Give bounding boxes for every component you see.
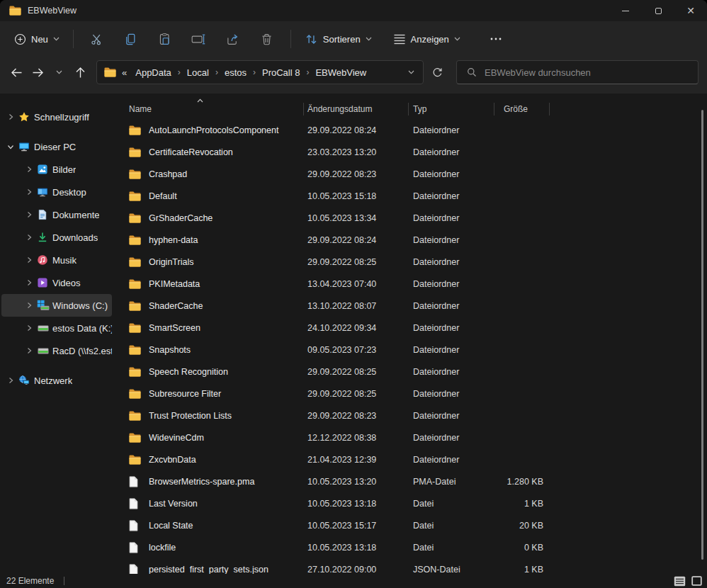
chevron-right-icon[interactable] [26,234,37,241]
delete-button[interactable] [251,27,283,51]
file-name: persisted_first_party_sets.json [149,565,307,575]
breadcrumb-item-local[interactable]: Local [184,65,212,80]
sort-button[interactable]: Sortieren [298,28,379,50]
table-row[interactable]: Local State10.05.2023 15:17Datei20 KB [113,514,707,536]
sidebar-item-windows-c[interactable]: Windows (C:) [1,294,112,317]
file-name: lockfile [149,543,307,553]
sidebar-item-netzwerk[interactable]: Netzwerk [1,369,112,392]
table-row[interactable]: BrowserMetrics-spare.pma10.05.2023 13:20… [113,470,707,492]
sidebar-item-schnellzugriff[interactable]: Schnellzugriff [1,106,112,128]
sidebar-item-racd-fs2-estos-c[interactable]: RacD (\\fs2.estos.c [1,339,112,362]
chevron-right-icon[interactable] [7,113,18,120]
folder-icon [129,301,149,311]
table-row[interactable]: hyphen-data29.09.2022 08:24Dateiordner [113,229,707,251]
table-row[interactable]: Crashpad29.09.2022 08:23Dateiordner [113,163,707,185]
chevron-right-icon[interactable] [26,347,37,354]
sidebar-item-downloads[interactable]: Downloads [1,226,112,249]
sidebar-item-label: Musik [52,255,77,266]
forward-button[interactable] [27,62,48,83]
file-type: Dateiordner [413,323,498,333]
file-name: CertificateRevocation [149,147,307,157]
chevron-right-icon[interactable] [26,279,37,286]
sidebar-item-desktop[interactable]: Desktop [1,181,112,203]
table-row[interactable]: Last Version10.05.2023 13:18Datei1 KB [113,492,707,514]
table-row[interactable]: Default10.05.2023 15:18Dateiordner [113,185,707,207]
table-row[interactable]: Snapshots09.05.2023 07:23Dateiordner [113,339,707,361]
close-button[interactable]: ✕ [674,0,707,21]
breadcrumb-overflow-chevron[interactable]: « [122,67,127,78]
table-row[interactable]: PKIMetadata13.04.2023 07:40Dateiordner [113,273,707,295]
table-row[interactable]: Speech Recognition29.09.2022 08:25Dateio… [113,361,707,383]
back-button[interactable] [6,62,27,83]
table-row[interactable]: ZxcvbnData21.04.2023 12:39Dateiordner [113,448,707,470]
sidebar-item-dieser-pc[interactable]: Dieser PC [1,135,112,158]
file-date: 21.04.2023 12:39 [307,455,413,465]
sidebar-item-videos[interactable]: Videos [1,271,112,294]
sidebar-item-dokumente[interactable]: Dokumente [1,203,112,226]
address-bar[interactable]: « AppData›Local›estos›ProCall 8›EBWebVie… [96,60,424,84]
folder-icon [129,323,149,333]
table-row[interactable]: lockfile10.05.2023 13:18Datei0 KB [113,536,707,558]
paste-button[interactable] [149,27,181,51]
sidebar-item-label: Videos [52,278,81,288]
breadcrumb-item-estos[interactable]: estos [222,65,249,80]
refresh-button[interactable] [426,62,448,83]
new-button[interactable]: Neu [7,28,67,50]
breadcrumb-separator: › [212,67,222,77]
table-row[interactable]: WidevineCdm12.12.2022 08:38Dateiordner [113,426,707,448]
vertical-scrollbar[interactable] [701,110,703,560]
table-row[interactable]: Subresource Filter29.09.2022 08:25Dateio… [113,383,707,405]
column-divider[interactable] [408,103,409,115]
chevron-right-icon[interactable] [26,256,37,264]
chevron-right-icon[interactable] [26,324,37,332]
chevron-right-icon[interactable] [26,211,37,218]
column-header-date[interactable]: Änderungsdatum [307,104,413,114]
share-button[interactable] [217,27,249,51]
sidebar-item-estos-data-k[interactable]: estos Data (K:) [1,317,112,339]
column-header-type[interactable]: Typ [413,104,498,114]
rename-button[interactable] [183,27,215,51]
column-divider[interactable] [549,103,550,115]
icons-view-button[interactable] [691,575,703,587]
cut-button[interactable] [81,27,113,51]
maximize-button[interactable] [642,0,674,21]
sidebar-item-bilder[interactable]: Bilder [1,158,112,181]
chevron-right-icon[interactable] [26,302,37,309]
minimize-button[interactable] [609,0,642,21]
see-more-button[interactable] [480,27,511,51]
view-button[interactable]: Anzeigen [386,29,468,50]
chevron-right-icon[interactable] [7,377,18,384]
maximize-icon [655,8,662,14]
search-input[interactable] [485,67,691,78]
up-button[interactable] [69,62,91,83]
sidebar-item-label: Dokumente [52,210,99,220]
breadcrumb-item-procall-8[interactable]: ProCall 8 [259,65,302,80]
column-header-size[interactable]: Größe [498,104,546,114]
table-row[interactable]: GrShaderCache10.05.2023 13:34Dateiordner [113,207,707,229]
table-row[interactable]: Trust Protection Lists29.09.2022 08:23Da… [113,405,707,426]
column-divider[interactable] [494,103,494,115]
table-row[interactable]: CertificateRevocation23.03.2023 13:20Dat… [113,141,707,163]
copy-button[interactable] [115,27,147,51]
file-size: 1.280 KB [498,477,549,487]
recent-locations-button[interactable] [48,62,69,83]
breadcrumb-item-ebwebview[interactable]: EBWebView [312,65,369,80]
chevron-right-icon[interactable] [26,166,37,173]
address-dropdown-button[interactable] [405,67,417,77]
sidebar-item-musik[interactable]: Musik [1,249,112,271]
table-row[interactable]: SmartScreen24.10.2022 09:34Dateiordner [113,317,707,339]
chevron-down-icon [53,37,60,41]
file-date: 29.09.2022 08:23 [307,411,413,421]
chevron-right-icon[interactable] [26,188,37,196]
table-row[interactable]: OriginTrials29.09.2022 08:25Dateiordner [113,251,707,273]
table-row[interactable]: AutoLaunchProtocolsComponent29.09.2022 0… [113,119,707,141]
table-row[interactable]: persisted_first_party_sets.json27.10.202… [113,558,707,574]
file-type: JSON-Datei [413,565,498,575]
column-header-name[interactable]: Name [129,104,307,114]
details-view-button[interactable] [673,575,686,587]
chevron-down-icon[interactable] [7,143,18,150]
file-name: Local State [149,521,307,531]
breadcrumb-item-appdata[interactable]: AppData [132,65,174,80]
table-row[interactable]: ShaderCache13.10.2022 08:07Dateiordner [113,295,707,317]
column-divider[interactable] [303,103,304,115]
